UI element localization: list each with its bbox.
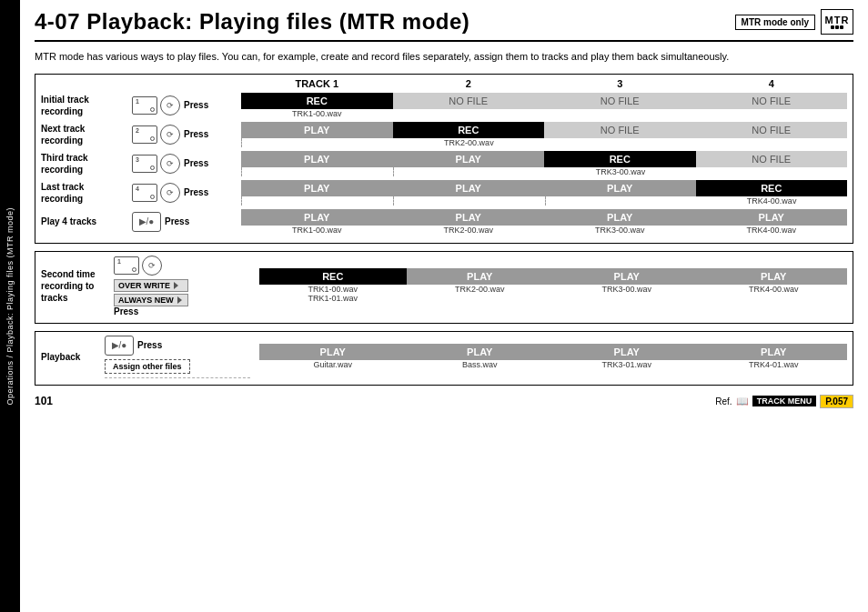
filename-second-2a: TRK2-00.wav bbox=[407, 285, 554, 294]
filename-next-3 bbox=[545, 138, 696, 147]
mtr-dot-1 bbox=[831, 25, 834, 29]
row-controls-third: 3 ⟳ Press bbox=[132, 154, 241, 174]
filename-next-4 bbox=[696, 138, 847, 147]
row-last-track: Last trackrecording 4 ⟳ Press bbox=[41, 180, 847, 206]
playback-section: Playback ▶/● Press Assign other files bbox=[35, 331, 853, 386]
filename-play4-4: TRK4-00.wav bbox=[696, 226, 848, 235]
filename-second-4b bbox=[701, 294, 848, 303]
cells-next: PLAY REC NO FILE NO FILE TRK2-00.wav bbox=[241, 122, 847, 147]
row-next-track: Next trackrecording 2 ⟳ Press bbox=[41, 122, 847, 147]
cell-pb-4: PLAY bbox=[701, 344, 848, 360]
cell-second-3: PLAY bbox=[553, 268, 701, 285]
filename-third-2 bbox=[393, 167, 545, 176]
cells-playback: PLAY PLAY PLAY PLAY Guitar.wav Bass.wav … bbox=[259, 344, 847, 369]
row-label-playback: Playback bbox=[41, 351, 105, 363]
ref-box: Ref. 📖 TRACK MENU P.057 bbox=[715, 395, 853, 408]
row-play4: Play 4 tracks ▶/● Press PLAY PLAY PLAY P… bbox=[41, 209, 847, 235]
device-rec-3 bbox=[150, 166, 155, 170]
press-4: Press bbox=[184, 187, 208, 197]
press-1: Press bbox=[184, 100, 208, 110]
book-icon: 📖 bbox=[736, 396, 749, 407]
cell-pb-3: PLAY bbox=[553, 344, 701, 360]
device-group-1: 1 ⟳ bbox=[132, 95, 180, 115]
filename-last-1 bbox=[241, 196, 393, 206]
cell-last-2: PLAY bbox=[393, 180, 545, 196]
mtr-icon: MTR bbox=[821, 9, 853, 35]
overwrite-btn[interactable]: OVER WRITE bbox=[114, 279, 188, 292]
filename-second-4a: TRK4-00.wav bbox=[701, 285, 848, 294]
filename-pb-2: Bass.wav bbox=[407, 360, 554, 369]
always-new-btn[interactable]: ALWAYS NEW bbox=[114, 294, 188, 306]
device-rec-s1 bbox=[132, 267, 136, 272]
filename-pb-4: TRK4-01.wav bbox=[701, 360, 848, 369]
cells-row-last: PLAY PLAY PLAY REC bbox=[241, 180, 847, 196]
filename-row-next: TRK2-00.wav bbox=[241, 138, 847, 147]
cells-row-playback: PLAY PLAY PLAY PLAY bbox=[259, 344, 847, 360]
cell-next-4: NO FILE bbox=[696, 122, 848, 138]
row-controls-initial: 1 ⟳ Press bbox=[132, 95, 241, 115]
device-circle-s1: ⟳ bbox=[142, 256, 162, 276]
track-col-1: TRACK 1 bbox=[241, 78, 393, 89]
filename-initial-4 bbox=[696, 109, 848, 118]
cells-third: PLAY PLAY REC NO FILE TRK3-00.wav bbox=[241, 151, 847, 176]
cell-third-3: REC bbox=[544, 151, 696, 167]
device-rect-1: 1 bbox=[132, 96, 157, 115]
device-circle-3: ⟳ bbox=[160, 154, 180, 174]
row-second-time: Second timerecording totracks 1 ⟳ bbox=[41, 256, 847, 316]
row-label-third: Third trackrecording bbox=[41, 152, 132, 176]
cells-row-initial: REC NO FILE NO FILE NO FILE bbox=[241, 93, 847, 109]
play-device: ▶/● bbox=[132, 212, 161, 232]
filename-row-second-bot: TRK1-01.wav bbox=[259, 294, 847, 303]
overwrite-group: OVER WRITE ALWAYS NEW bbox=[114, 279, 188, 306]
filename-third-1 bbox=[241, 167, 393, 176]
header-badge: MTR mode only MTR bbox=[735, 9, 853, 35]
filename-play4-3: TRK3-00.wav bbox=[544, 226, 696, 235]
mtr-icon-dots bbox=[831, 25, 843, 29]
device-group-2: 2 ⟳ bbox=[132, 125, 180, 145]
cell-pb-1: PLAY bbox=[259, 344, 407, 360]
device-circle-1: ⟳ bbox=[160, 95, 180, 115]
cells-row-second: REC PLAY PLAY PLAY bbox=[259, 268, 847, 285]
overwrite-label: OVER WRITE bbox=[118, 281, 170, 290]
device-num-3: 3 bbox=[136, 156, 139, 163]
track-col-4: 4 bbox=[696, 78, 848, 89]
device-circle-2: ⟳ bbox=[160, 125, 180, 145]
cell-third-1: PLAY bbox=[241, 151, 393, 167]
cells-row-play4: PLAY PLAY PLAY PLAY bbox=[241, 209, 847, 226]
cell-pb-2: PLAY bbox=[407, 344, 554, 360]
cell-third-4: NO FILE bbox=[696, 151, 848, 167]
row-label-next: Next trackrecording bbox=[41, 123, 132, 146]
row-controls-playback: ▶/● Press Assign other files bbox=[105, 336, 259, 378]
row-label-initial: Initial trackrecording bbox=[41, 94, 132, 117]
cells-row-third: PLAY PLAY REC NO FILE bbox=[241, 151, 847, 167]
press-3: Press bbox=[184, 158, 208, 168]
main-content: 4-07 Playback: Playing files (MTR mode) … bbox=[20, 0, 868, 612]
press-second: Press bbox=[114, 306, 138, 316]
intro-text: MTR mode has various ways to play files.… bbox=[35, 49, 853, 65]
device-rec-2 bbox=[150, 136, 155, 141]
cell-initial-3: NO FILE bbox=[544, 93, 696, 109]
second-time-section: Second timerecording totracks 1 ⟳ bbox=[35, 251, 853, 324]
track-menu-badge: TRACK MENU bbox=[752, 396, 817, 406]
cells-initial: REC NO FILE NO FILE NO FILE TRK1-00.wav bbox=[241, 93, 847, 118]
cell-initial-4: NO FILE bbox=[696, 93, 848, 109]
top-section: TRACK 1 2 3 4 Initial trackrecording 1 bbox=[35, 74, 853, 244]
device-circle-4: ⟳ bbox=[160, 183, 180, 203]
cell-second-2: PLAY bbox=[407, 268, 554, 285]
cells-second: REC PLAY PLAY PLAY TRK1-00.wav TRK2-00.w… bbox=[259, 268, 847, 303]
track-col-3: 3 bbox=[544, 78, 696, 89]
cell-play4-1: PLAY bbox=[241, 209, 393, 226]
cell-second-4: PLAY bbox=[701, 268, 848, 285]
filename-last-2 bbox=[393, 196, 545, 206]
ref-label: Ref. bbox=[715, 396, 732, 406]
device-num-4: 4 bbox=[136, 186, 139, 192]
cell-play4-4: PLAY bbox=[696, 209, 848, 226]
device-rect-4: 4 bbox=[132, 184, 157, 202]
filename-last-3 bbox=[545, 196, 697, 206]
track-col-2: 2 bbox=[393, 78, 545, 89]
row-label-last: Last trackrecording bbox=[41, 181, 132, 205]
filename-second-1a: TRK1-00.wav bbox=[259, 285, 407, 294]
mtr-dot-3 bbox=[840, 25, 843, 29]
cells-last: PLAY PLAY PLAY REC TRK4-00.wav bbox=[241, 180, 847, 206]
filename-second-2b bbox=[407, 294, 554, 303]
